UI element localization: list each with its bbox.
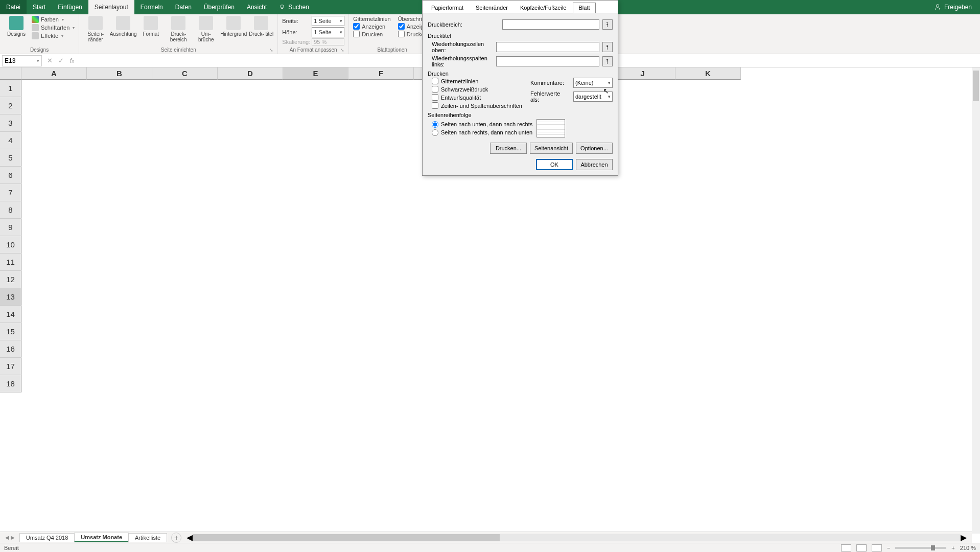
schriftarten-button[interactable]: Schriftarten▾ (32, 24, 75, 31)
share-button[interactable]: Freigeben (926, 0, 980, 14)
lightbulb-icon (279, 4, 285, 10)
col-header-D[interactable]: D (218, 67, 283, 80)
vertical-scrollbar[interactable] (972, 67, 980, 534)
dlg-tab-raender[interactable]: Seitenränder (470, 3, 514, 13)
col-header-B[interactable]: B (87, 67, 152, 80)
radio-rechts-unten[interactable]: Seiten nach rechts, dann nach unten (432, 129, 532, 136)
tab-datei[interactable]: Datei (0, 0, 27, 14)
check-gitter[interactable]: Gitternetzlinien (432, 78, 522, 84)
gitter-anzeigen-check[interactable]: Anzeigen (353, 23, 390, 30)
page-setup-dialog: Papierformat Seitenränder Kopfzeile/Fußz… (422, 0, 618, 176)
row-header-9[interactable]: 9 (0, 219, 21, 236)
ok-button[interactable]: OK (536, 159, 573, 170)
wdh-oben-input[interactable] (496, 42, 599, 52)
drucken-button[interactable]: Drucken... (490, 143, 527, 154)
skalierung-input: 95 % (312, 38, 344, 45)
hintergrund-button[interactable]: Hintergrund (221, 16, 246, 42)
check-entwurf[interactable]: Entwurfsqualität (432, 94, 522, 101)
view-layout-button[interactable] (856, 544, 867, 551)
col-header-E[interactable]: E (283, 67, 348, 80)
dlg-tab-papier[interactable]: Papierformat (426, 3, 469, 13)
row-header-6[interactable]: 6 (0, 167, 21, 184)
view-normal-button[interactable] (841, 544, 851, 551)
hoehe-select[interactable]: 1 Seite▾ (312, 27, 344, 37)
row-header-7[interactable]: 7 (0, 184, 21, 201)
cursor-icon: ↖ (603, 87, 609, 95)
range-select-icon[interactable]: ⭱ (602, 56, 613, 66)
fx-icon[interactable]: fx (66, 55, 78, 66)
gitter-drucken-check[interactable]: Drucken (353, 31, 390, 37)
sheet-tab-bar: ◀ ▶ Umsatz Q4 2018 Umsatz Monate Artikel… (0, 532, 972, 543)
tab-start[interactable]: Start (27, 0, 52, 14)
row-header-8[interactable]: 8 (0, 201, 21, 219)
tab-ansicht[interactable]: Ansicht (241, 0, 273, 14)
row-header-16[interactable]: 16 (0, 340, 21, 358)
designs-button[interactable]: Designs (4, 16, 29, 39)
tab-einfuegen[interactable]: Einfügen (52, 0, 88, 14)
zoom-slider[interactable] (895, 547, 946, 549)
dlg-tab-kopf[interactable]: Kopfzeile/Fußzeile (515, 3, 572, 13)
col-header-A[interactable]: A (21, 67, 87, 80)
zoom-in-button[interactable]: + (951, 545, 954, 551)
effekte-button[interactable]: Effekte▾ (32, 32, 75, 39)
sheet-tab-artikel[interactable]: Artikelliste (128, 533, 167, 542)
horizontal-scrollbar[interactable]: ◀▶ (186, 533, 967, 542)
row-header-14[interactable]: 14 (0, 306, 21, 323)
breite-select[interactable]: 1 Seite▾ (312, 16, 344, 26)
row-header-12[interactable]: 12 (0, 271, 21, 288)
seitenansicht-button[interactable]: Seitenansicht (530, 143, 573, 154)
name-box[interactable]: E13▾ (2, 55, 42, 66)
optionen-button[interactable]: Optionen... (576, 143, 613, 154)
add-sheet-button[interactable]: + (171, 533, 181, 543)
row-header-11[interactable]: 11 (0, 254, 21, 271)
row-header-17[interactable]: 17 (0, 358, 21, 375)
enter-formula-icon: ✓ (55, 55, 66, 66)
col-header-J[interactable]: J (610, 67, 675, 80)
row-header-4[interactable]: 4 (0, 132, 21, 149)
row-header-2[interactable]: 2 (0, 97, 21, 114)
tab-ueberpruefen[interactable]: Überprüfen (198, 0, 241, 14)
range-select-icon[interactable]: ⭱ (602, 19, 613, 30)
row-header-3[interactable]: 3 (0, 114, 21, 132)
cancel-formula-icon: ✕ (44, 55, 55, 66)
sheet-nav[interactable]: ◀ ▶ (0, 535, 20, 540)
view-break-button[interactable] (872, 544, 882, 551)
col-header-K[interactable]: K (675, 67, 741, 80)
range-select-icon[interactable]: ⭱ (602, 42, 613, 52)
tab-daten[interactable]: Daten (169, 0, 198, 14)
row-header-5[interactable]: 5 (0, 149, 21, 167)
ausrichtung-button[interactable]: Ausrichtung (111, 16, 135, 42)
sheet-tab-monate[interactable]: Umsatz Monate (74, 533, 129, 542)
row-header-10[interactable]: 10 (0, 236, 21, 254)
kommentare-select[interactable]: (Keine)▾ (573, 78, 613, 88)
wdh-links-input[interactable] (496, 56, 599, 66)
cancel-button[interactable]: Abbrechen (576, 159, 613, 170)
check-sw[interactable]: Schwarzweißdruck (432, 86, 522, 93)
select-all-corner[interactable] (0, 67, 21, 80)
druckbereich-input[interactable] (502, 19, 599, 30)
tell-me-search[interactable]: Suchen (273, 0, 315, 14)
row-header-13[interactable]: 13 (0, 288, 21, 306)
druckbereich-button[interactable]: Druck- bereich (166, 16, 191, 42)
drucktitel-button[interactable]: Druck- titel (249, 16, 273, 42)
radio-unten-rechts[interactable]: Seiten nach unten, dann nach rechts (432, 121, 532, 128)
tab-formeln[interactable]: Formeln (134, 0, 169, 14)
row-header-1[interactable]: 1 (0, 80, 21, 97)
umbrueche-button[interactable]: Um- brüche (194, 16, 218, 42)
col-header-F[interactable]: F (348, 67, 414, 80)
col-header-C[interactable]: C (152, 67, 218, 80)
format-button[interactable]: Format (138, 16, 163, 42)
dlg-tab-blatt[interactable]: Blatt (573, 3, 595, 13)
sheet-tab-q4[interactable]: Umsatz Q4 2018 (19, 533, 75, 542)
zoom-value[interactable]: 210 % (960, 545, 976, 551)
dialog-launcher-icon[interactable]: ⤡ (269, 48, 273, 53)
row-header-15[interactable]: 15 (0, 323, 21, 340)
dialog-launcher-icon[interactable]: ⤡ (340, 48, 344, 53)
row-header-18[interactable]: 18 (0, 375, 21, 393)
farben-button[interactable]: Farben▾ (32, 16, 75, 23)
check-zsu[interactable]: Zeilen- und Spaltenüberschriften (432, 102, 522, 109)
tab-seitenlayout[interactable]: Seitenlayout (88, 0, 134, 14)
svg-point-0 (281, 5, 284, 8)
zoom-out-button[interactable]: − (887, 545, 890, 551)
seitenraender-button[interactable]: Seiten- ränder (83, 16, 108, 42)
